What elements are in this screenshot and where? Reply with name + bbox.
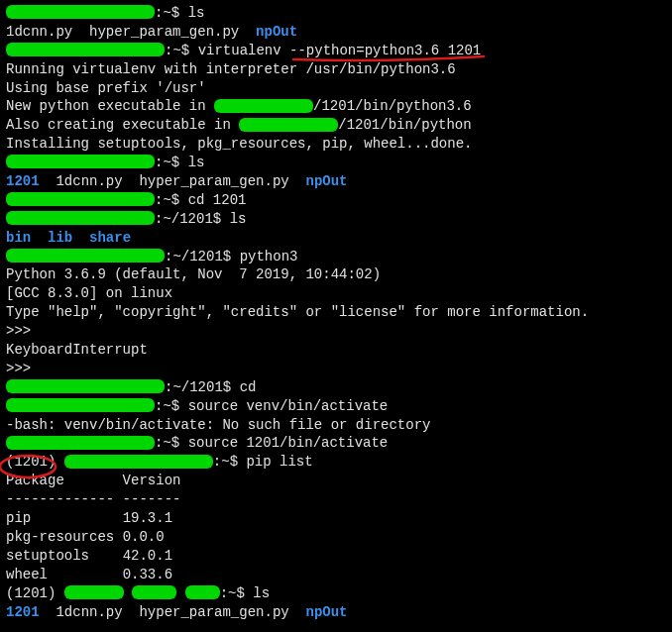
directory: npOut bbox=[306, 604, 348, 620]
python-prompt: >>> bbox=[6, 360, 666, 378]
error-text: -bash: venv/bin/activate: No such file o… bbox=[6, 416, 666, 435]
prompt-line: :~$ virtualenv --python=python3.6 1201 bbox=[6, 42, 666, 60]
ls-output: 1201 1dcnn.py hyper_param_gen.py npOut bbox=[6, 172, 666, 191]
command-text: source 1201/bin/activate bbox=[188, 435, 389, 451]
redacted-userhost bbox=[6, 192, 155, 206]
redacted-userhost bbox=[6, 155, 155, 168]
redacted-path bbox=[214, 99, 313, 113]
table-header: Package Version bbox=[6, 472, 666, 490]
command-text: ls bbox=[188, 155, 205, 170]
table-row: setuptools 42.0.1 bbox=[6, 547, 666, 566]
prompt-line: :~$ cd 1201 bbox=[6, 191, 666, 210]
output-text: Python 3.6.9 (default, Nov 7 2019, 10:44… bbox=[6, 265, 666, 284]
command-text: python3 bbox=[240, 249, 298, 264]
command-text: ls bbox=[188, 5, 205, 21]
command-text: ls bbox=[253, 585, 270, 601]
ls-output: 1dcnn.py hyper_param_gen.py npOut bbox=[6, 23, 666, 42]
redacted-userhost bbox=[6, 5, 155, 19]
directory: npOut bbox=[306, 173, 348, 189]
redacted-userhost bbox=[64, 455, 213, 469]
output-text: Installing setuptools, pkg_resources, pi… bbox=[6, 135, 666, 154]
directory: bin bbox=[6, 230, 31, 246]
prompt-line: (1201) :~$ pip list bbox=[6, 453, 666, 472]
prompt-line: :~$ source 1201/bin/activate bbox=[6, 434, 666, 453]
command-text: cd bbox=[240, 379, 257, 395]
python-prompt: >>> bbox=[6, 322, 666, 341]
output-text: KeyboardInterrupt bbox=[6, 341, 666, 360]
prompt-line: :~/1201$ ls bbox=[6, 210, 666, 229]
terminal[interactable]: :~$ ls 1dcnn.py hyper_param_gen.py npOut… bbox=[6, 4, 666, 621]
redacted-path bbox=[239, 118, 338, 132]
table-divider: ------------- ------- bbox=[6, 490, 666, 509]
output-text: Also creating executable in /1201/bin/py… bbox=[6, 116, 666, 135]
command-text: ls bbox=[230, 211, 247, 227]
ls-output: 1201 1dcnn.py hyper_param_gen.py npOut bbox=[6, 603, 666, 622]
redacted-userhost bbox=[64, 585, 124, 599]
redacted-userhost bbox=[185, 585, 220, 599]
redacted-userhost bbox=[6, 43, 165, 56]
output-text: [GCC 8.3.0] on linux bbox=[6, 284, 666, 303]
prompt-line: :~$ source venv/bin/activate bbox=[6, 397, 666, 416]
prompt-line: :~/1201$ cd bbox=[6, 378, 666, 397]
output-text: New python executable in /1201/bin/pytho… bbox=[6, 97, 666, 116]
command-text: virtualenv --python=python3.6 1201 bbox=[198, 43, 482, 58]
table-row: wheel 0.33.6 bbox=[6, 566, 666, 584]
directory: 1201 bbox=[6, 604, 40, 620]
command-text: pip list bbox=[246, 454, 312, 470]
prompt-line: :~$ ls bbox=[6, 154, 666, 172]
redacted-userhost bbox=[132, 585, 176, 599]
directory: npOut bbox=[256, 24, 297, 40]
redacted-userhost bbox=[6, 379, 165, 393]
prompt-line: :~/1201$ python3 bbox=[6, 248, 666, 266]
table-row: pkg-resources 0.0.0 bbox=[6, 528, 666, 547]
table-row: pip 19.3.1 bbox=[6, 509, 666, 528]
prompt-line: (1201) :~$ ls bbox=[6, 584, 666, 603]
redacted-userhost bbox=[6, 211, 155, 225]
directory: 1201 bbox=[6, 173, 40, 189]
directory: share bbox=[89, 230, 131, 246]
prompt-line: :~$ ls bbox=[6, 4, 666, 23]
command-text: cd 1201 bbox=[188, 192, 247, 208]
redacted-userhost bbox=[6, 436, 155, 450]
redacted-userhost bbox=[6, 249, 165, 263]
redacted-userhost bbox=[6, 398, 155, 412]
output-text: Type "help", "copyright", "credits" or "… bbox=[6, 303, 666, 322]
directory: lib bbox=[48, 230, 72, 246]
output-text: Using base prefix '/usr' bbox=[6, 79, 666, 98]
ls-output: bin lib share bbox=[6, 229, 666, 248]
command-text: source venv/bin/activate bbox=[188, 398, 389, 414]
output-text: Running virtualenv with interpreter /usr… bbox=[6, 60, 666, 79]
